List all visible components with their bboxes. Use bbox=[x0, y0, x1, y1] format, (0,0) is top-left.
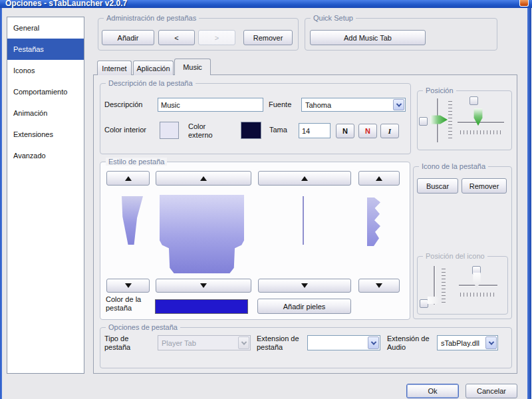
group-title: Estilo de pestaña bbox=[106, 158, 167, 166]
sidebar-item-iconos[interactable]: Iconos bbox=[7, 60, 84, 81]
tab-music[interactable]: Music bbox=[174, 59, 211, 75]
arrow-up-icon bbox=[125, 176, 132, 181]
add-music-tab-button[interactable]: Add Music Tab bbox=[310, 30, 426, 45]
tab-type-value: Player Tab bbox=[162, 339, 196, 347]
skin-down-button-4[interactable] bbox=[358, 279, 400, 293]
italic-button[interactable]: I bbox=[380, 124, 399, 138]
close-button[interactable] bbox=[519, 0, 529, 7]
skin-up-button-3[interactable] bbox=[258, 171, 351, 186]
add-skins-button[interactable]: Añadir pieles bbox=[257, 299, 351, 314]
group-title: Descripción de la pestaña bbox=[106, 79, 196, 87]
tab-type-label: Tipo de pestaña bbox=[104, 334, 146, 352]
bold-button[interactable]: N bbox=[336, 124, 354, 138]
sidebar-item-comportamiento[interactable]: Comportamiento bbox=[7, 81, 84, 102]
horizontal-slider-ticks bbox=[460, 130, 501, 134]
audio-extension-label: Extensión de Audio bbox=[387, 334, 435, 352]
group-title: Opciones de pestaña bbox=[106, 323, 180, 331]
skin-up-button-1[interactable] bbox=[106, 171, 150, 186]
group-title: Administración de pestañas bbox=[104, 14, 199, 22]
group-title: Icono de la pestaña bbox=[419, 162, 488, 170]
inner-color-label: Color interior bbox=[104, 126, 146, 134]
description-label: Descripción bbox=[104, 100, 142, 109]
position-vertical-anchor-box[interactable] bbox=[419, 117, 428, 126]
position-horizontal-anchor-box[interactable] bbox=[469, 96, 478, 105]
vertical-slider-ticks bbox=[448, 101, 452, 140]
sidebar-item-avanzado[interactable]: Avanzado bbox=[7, 145, 84, 166]
sidebar-item-general[interactable]: General bbox=[7, 17, 84, 39]
group-title: Posición del icono bbox=[423, 252, 487, 260]
arrow-up-icon bbox=[376, 176, 382, 181]
skin-up-button-2[interactable] bbox=[156, 171, 251, 186]
tab-type-combobox: Player Tab bbox=[158, 335, 251, 350]
bold-red-button[interactable]: N bbox=[358, 124, 377, 138]
window-title: Opciones - sTabLauncher v2.0.7 bbox=[5, 0, 127, 8]
chevron-down-icon[interactable] bbox=[393, 99, 404, 110]
tab-internet[interactable]: Internet bbox=[97, 61, 132, 75]
tab-extension-combobox[interactable] bbox=[307, 335, 380, 350]
outer-color-label: Color externo bbox=[188, 122, 223, 140]
category-list: General Pestañas Iconos Comportamiento A… bbox=[7, 17, 84, 374]
sidebar-item-pestanas[interactable]: Pestañas bbox=[7, 39, 84, 60]
sidebar-item-animacion[interactable]: Animación bbox=[7, 102, 84, 124]
tab-color-bar[interactable] bbox=[155, 299, 248, 314]
add-tab-button[interactable]: Añadir bbox=[102, 30, 154, 45]
remove-tab-button[interactable]: Remover bbox=[243, 30, 293, 45]
chevron-down-icon[interactable] bbox=[368, 336, 379, 349]
inner-color-swatch[interactable] bbox=[160, 122, 179, 139]
tab-extension-label: Extension de pestaña bbox=[257, 334, 307, 352]
icon-vertical-anchor-box bbox=[420, 299, 428, 308]
move-tab-right-button: > bbox=[198, 30, 235, 45]
size-label: Tama bbox=[269, 126, 287, 134]
font-size-input[interactable] bbox=[299, 123, 331, 138]
title-bar[interactable]: Opciones - sTabLauncher v2.0.7 bbox=[0, 0, 532, 8]
skin-up-button-4[interactable] bbox=[358, 171, 400, 186]
sidebar-item-extensiones[interactable]: Extensiones bbox=[7, 124, 84, 145]
skin-down-button-1[interactable] bbox=[106, 279, 150, 293]
arrow-up-icon bbox=[200, 176, 207, 181]
audio-extension-combobox[interactable]: sTabPlay.dll bbox=[437, 335, 498, 350]
skin-down-button-2[interactable] bbox=[156, 279, 251, 293]
font-combobox[interactable]: Tahoma bbox=[301, 98, 406, 112]
cancel-button[interactable]: Cancelar bbox=[466, 384, 517, 398]
remove-icon-button[interactable]: Remover bbox=[462, 178, 507, 194]
arrow-up-icon bbox=[301, 176, 308, 181]
skin-preview-tab-body bbox=[160, 195, 244, 273]
font-label: Fuente bbox=[269, 100, 291, 109]
window-border-right bbox=[527, 8, 531, 399]
skin-down-button-3[interactable] bbox=[258, 279, 351, 293]
horizontal-slider-track[interactable] bbox=[458, 122, 504, 123]
window-border-left bbox=[0, 8, 2, 399]
chevron-down-icon[interactable] bbox=[485, 336, 497, 349]
arrow-down-icon bbox=[376, 283, 382, 288]
audio-extension-value: sTabPlay.dll bbox=[441, 339, 479, 347]
tab-aplicacion[interactable]: Aplicación bbox=[133, 61, 174, 75]
skin-preview-separator bbox=[303, 196, 304, 245]
ok-button[interactable]: Ok bbox=[406, 384, 459, 398]
arrow-down-icon bbox=[301, 283, 308, 288]
tab-color-label: Color de la pestaña bbox=[106, 295, 152, 313]
icon-vertical-slider-ticks bbox=[442, 269, 446, 303]
arrow-down-icon bbox=[200, 283, 207, 288]
group-title: Posición bbox=[423, 86, 456, 94]
move-tab-left-button[interactable]: < bbox=[158, 30, 195, 45]
font-value: Tahoma bbox=[305, 101, 331, 109]
arrow-down-icon bbox=[125, 283, 132, 288]
group-tab-description: Descripción de la pestaña bbox=[100, 83, 411, 154]
browse-icon-button[interactable]: Buscar bbox=[417, 178, 458, 194]
outer-color-swatch[interactable] bbox=[241, 122, 261, 139]
chevron-down-icon bbox=[238, 336, 249, 349]
icon-horizontal-slider-ticks bbox=[460, 293, 496, 297]
group-title: Quick Setup bbox=[311, 14, 356, 22]
description-input[interactable] bbox=[158, 98, 263, 112]
